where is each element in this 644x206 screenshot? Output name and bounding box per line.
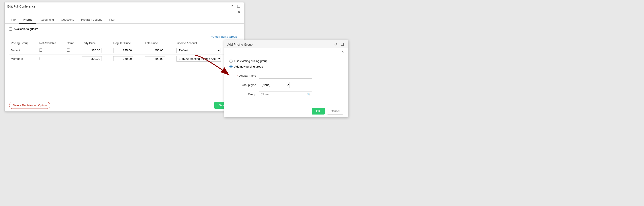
delete-registration-btn[interactable]: Delete Registration Option: [9, 102, 50, 109]
radio-add-new-label: Add new pricing group: [234, 65, 263, 68]
display-name-label: *Display name: [230, 74, 256, 77]
second-modal-title: Add Pricing Group: [227, 43, 252, 46]
row0-comp-checkbox[interactable]: [67, 48, 70, 52]
tab-program-options[interactable]: Program options: [78, 16, 106, 24]
row1-comp-checkbox[interactable]: [67, 57, 70, 60]
main-modal: Edit Full Conference ↺ ☐ × Info Pricing …: [4, 2, 244, 112]
group-type-select[interactable]: (None): [259, 82, 290, 88]
col-header-pricing-group: Pricing Group: [9, 40, 38, 46]
row0-group: Default: [9, 46, 38, 55]
main-modal-close-btn[interactable]: ×: [237, 9, 241, 14]
ok-btn[interactable]: OK: [312, 108, 325, 115]
row1-late-price: [143, 55, 175, 63]
col-header-late-price: Late Price: [143, 40, 175, 46]
second-modal-close-btn[interactable]: ×: [340, 49, 345, 54]
available-guests-checkbox[interactable]: [9, 27, 12, 30]
row1-income-account-select[interactable]: 1-4500: Meeting Income Account: [176, 56, 221, 62]
group-type-row: Group type (None): [230, 82, 342, 88]
modal-body: Available to guests + Add Pricing Group …: [5, 24, 244, 99]
required-indicator: *: [237, 74, 238, 77]
tab-accounting[interactable]: Accounting: [36, 16, 58, 24]
row0-late-price: [143, 46, 175, 55]
modal-footer: Delete Registration Option Save & Clos: [5, 99, 244, 111]
main-modal-titlebar: Edit Full Conference ↺ ☐: [5, 2, 244, 9]
row1-group: Members: [9, 55, 38, 63]
radio-add-new-input[interactable]: [230, 65, 232, 68]
main-modal-title: Edit Full Conference: [7, 5, 36, 8]
row0-regular-price: [112, 46, 143, 55]
row0-not-available: [38, 46, 65, 55]
second-modal-body: Use existing pricing group Add new prici…: [224, 55, 348, 105]
refresh-icon-btn[interactable]: ↺: [230, 4, 234, 9]
row0-late-price-input[interactable]: [145, 48, 165, 53]
row0-early-price-input[interactable]: [82, 48, 102, 53]
row1-not-available: [38, 55, 65, 63]
tab-plan[interactable]: Plan: [106, 16, 118, 24]
radio-add-new[interactable]: Add new pricing group: [230, 65, 342, 68]
table-row: Members 1-4500: Meeting Income Account: [9, 55, 239, 63]
row1-early-price: [80, 55, 112, 63]
modal-tabs: Info Pricing Accounting Questions Progra…: [5, 16, 244, 24]
row0-regular-price-input[interactable]: [113, 48, 133, 53]
radio-group: Use existing pricing group Add new prici…: [230, 59, 342, 68]
row0-comp: [65, 46, 80, 55]
pricing-table: Pricing Group Not Available Comp Early P…: [9, 40, 239, 63]
row1-regular-price-input[interactable]: [113, 56, 133, 61]
radio-use-existing-label: Use existing pricing group: [234, 59, 268, 63]
second-modal-icons: ↺ ☐: [334, 42, 345, 47]
radio-use-existing[interactable]: Use existing pricing group: [230, 59, 342, 63]
row1-early-price-input[interactable]: [82, 56, 102, 61]
group-search-wrapper: 🔍: [259, 91, 312, 97]
display-name-row: *Display name: [230, 73, 342, 79]
col-header-early-price: Early Price: [80, 40, 112, 46]
group-type-label: Group type: [230, 83, 256, 87]
tab-info[interactable]: Info: [7, 16, 19, 24]
available-guests-label: Available to guests: [14, 27, 38, 30]
expand-icon-btn[interactable]: ☐: [236, 4, 241, 9]
add-pricing-group-modal: Add Pricing Group ↺ ☐ × Use existing pri…: [224, 40, 348, 117]
second-modal-refresh-btn[interactable]: ↺: [334, 42, 338, 47]
col-header-regular-price: Regular Price: [112, 40, 143, 46]
add-pricing-group-link[interactable]: + Add Pricing Group: [211, 35, 237, 38]
row1-late-price-input[interactable]: [145, 56, 165, 61]
col-header-not-available: Not Available: [38, 40, 65, 46]
radio-use-existing-input[interactable]: [230, 60, 232, 63]
add-pricing-link-row: + Add Pricing Group: [9, 35, 239, 38]
group-label: Group: [230, 93, 256, 96]
group-row: Group 🔍: [230, 91, 342, 97]
display-name-input[interactable]: [259, 73, 312, 79]
row0-income-account-select[interactable]: Default: [176, 48, 221, 53]
row0-early-price: [80, 46, 112, 55]
cancel-btn[interactable]: Cancel: [327, 108, 344, 115]
row1-regular-price: [112, 55, 143, 63]
tab-pricing[interactable]: Pricing: [19, 16, 36, 24]
second-modal-expand-btn[interactable]: ☐: [340, 42, 345, 47]
row1-not-available-checkbox[interactable]: [39, 57, 42, 60]
row1-comp: [65, 55, 80, 63]
tab-questions[interactable]: Questions: [58, 16, 78, 24]
second-modal-titlebar: Add Pricing Group ↺ ☐: [224, 40, 348, 48]
available-guests-row: Available to guests: [9, 27, 239, 30]
col-header-comp: Comp: [65, 40, 80, 46]
row0-not-available-checkbox[interactable]: [39, 48, 42, 52]
group-search-input[interactable]: [259, 91, 312, 97]
table-row: Default Default: [9, 46, 239, 55]
titlebar-icons: ↺ ☐: [230, 4, 241, 9]
second-modal-footer: OK Cancel: [224, 105, 348, 117]
